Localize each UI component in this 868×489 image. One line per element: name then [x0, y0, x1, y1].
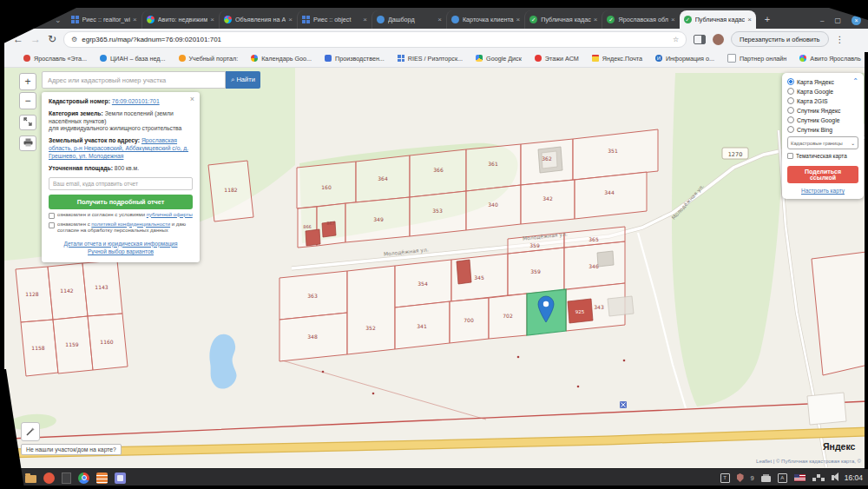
volume-icon[interactable]	[832, 475, 834, 480]
file-manager-icon[interactable]	[25, 475, 36, 483]
new-tab-button[interactable]: +	[765, 14, 770, 24]
tab-ries-realtor[interactable]: Риес :: realtor_wi×	[67, 10, 141, 29]
zoom-out-button[interactable]: −	[19, 92, 36, 109]
tab-close-icon[interactable]: ×	[288, 16, 293, 23]
tab-cadastre-active[interactable]: Публичная кадас×	[680, 10, 756, 29]
layer-option[interactable]: Спутник Яндекс	[787, 107, 858, 114]
bookmark-item[interactable]: Учебный портал:	[179, 55, 239, 63]
restart-update-button[interactable]: Перезапустить и обновить	[731, 31, 828, 47]
configure-map-link[interactable]: Настроить карту	[787, 188, 858, 194]
cadastral-parcel[interactable]	[575, 172, 647, 219]
chrome-icon[interactable]	[78, 472, 89, 484]
cadastral-parcel[interactable]	[410, 149, 466, 197]
measure-button[interactable]	[21, 422, 40, 441]
get-report-button[interactable]: Получить подробный отчет	[49, 195, 193, 209]
map-attribution[interactable]: Leaflet | © Публичная кадастровая карта,…	[756, 459, 861, 464]
keyboard-layout-flag[interactable]	[794, 474, 806, 481]
search-input[interactable]	[42, 71, 226, 89]
panel-close-icon[interactable]: ×	[190, 95, 194, 105]
consent-offer-checkbox[interactable]	[49, 213, 55, 219]
layer-option[interactable]: Спутник Google	[787, 116, 858, 123]
tab-close-icon[interactable]: ×	[437, 16, 442, 23]
bookmark-item[interactable]: Производствен...	[325, 55, 385, 63]
collapse-panel-icon[interactable]: ⌃	[852, 77, 858, 85]
tab-ries-object[interactable]: Риес :: object×	[297, 10, 372, 29]
bookmark-item[interactable]: Информация о...	[655, 55, 714, 63]
tab-client-card[interactable]: Карточка клиента×	[446, 10, 524, 29]
bookmark-favicon	[655, 55, 662, 62]
bookmark-item[interactable]: Google Диск	[476, 55, 522, 63]
privacy-link[interactable]: политикой конфиденциальности	[91, 221, 170, 227]
tab-close-icon[interactable]: ×	[210, 16, 214, 23]
tab-close-icon[interactable]: ×	[133, 16, 137, 23]
bookmark-star-icon[interactable]: ☆	[673, 36, 679, 43]
bookmark-item[interactable]: RIES / Риэлторск...	[398, 55, 463, 63]
fullscreen-button[interactable]	[19, 115, 36, 130]
layer-option[interactable]: Карта 2GIS	[787, 97, 858, 104]
consent-privacy-checkbox[interactable]	[49, 222, 55, 228]
terminal-icon[interactable]	[62, 472, 71, 484]
profile-avatar[interactable]	[713, 34, 724, 45]
zoom-in-button[interactable]: +	[19, 73, 36, 90]
tray-shield-icon[interactable]	[737, 473, 744, 482]
cadastral-parcel[interactable]	[347, 266, 395, 354]
tab-dashboard[interactable]: Дашборд×	[372, 10, 446, 29]
tab-close-icon[interactable]: ×	[747, 16, 752, 23]
tab-close-icon[interactable]: ×	[671, 16, 675, 23]
layer-option[interactable]: Карта Google	[787, 88, 858, 95]
tab-close-icon[interactable]: ×	[516, 16, 521, 23]
cadastral-parcel[interactable]	[466, 144, 521, 191]
cadastral-parcel[interactable]	[466, 185, 521, 230]
window-maximize-button[interactable]: ▢	[834, 17, 841, 24]
tray-input-icon[interactable]: A	[778, 473, 787, 483]
app-launcher-icon[interactable]	[43, 472, 55, 484]
bookmark-item[interactable]: Партнер онлайн	[727, 54, 786, 63]
tab-cadastre-1[interactable]: Публичная кадас×	[524, 10, 602, 29]
search-button[interactable]: ⌕ Найти	[226, 71, 260, 89]
client-favicon	[451, 16, 459, 23]
print-button[interactable]	[19, 135, 36, 151]
window-minimize-button[interactable]: –	[820, 17, 824, 24]
tab-search-icon[interactable]: ⌄	[55, 16, 62, 24]
bookmark-item[interactable]: Календарь Goo...	[251, 55, 312, 63]
cadnum-link[interactable]: 76:09:020101:701	[112, 98, 160, 104]
bookmark-item[interactable]: Яндекс.Почта	[592, 55, 642, 63]
boundaries-select[interactable]: Кадастровые границы⌄	[787, 136, 858, 149]
tab-yaroslavl-region[interactable]: Ярославская обл×	[602, 10, 679, 29]
network-icon[interactable]	[817, 474, 820, 478]
tray-printer-icon[interactable]	[761, 476, 771, 482]
tab-close-icon[interactable]: ×	[594, 16, 598, 23]
bookmark-item[interactable]: Этажи АСМ	[535, 55, 579, 63]
tab-avito[interactable]: Авито: недвижим×	[141, 10, 219, 29]
layer-option[interactable]: Карта Яндекс	[787, 78, 858, 85]
report-details-link[interactable]: Детали отчета и юридическая информация	[63, 241, 177, 247]
browser-menu-icon[interactable]: ⋮	[836, 35, 845, 44]
mint-menu-button[interactable]	[5, 472, 18, 485]
spreadsheet-app-icon[interactable]	[96, 472, 108, 484]
thematic-map-row[interactable]: Тематическая карта	[787, 153, 858, 159]
reload-icon[interactable]: ↻	[48, 33, 56, 45]
bookmark-item[interactable]: Ярославль «Эта...	[23, 55, 87, 63]
side-panel-icon[interactable]	[694, 35, 706, 44]
cadastral-parcel[interactable]	[410, 191, 466, 236]
url-text[interactable]: egrp365.ru/map/?kadnum=76:09:020101:701	[82, 36, 668, 43]
notes-app-icon[interactable]	[115, 472, 126, 484]
manual-select-link[interactable]: Ручной выбор вариантов	[88, 248, 154, 254]
email-input[interactable]	[49, 177, 193, 190]
forward-icon[interactable]: →	[30, 33, 41, 45]
address-bar[interactable]: ⚙ egrp365.ru/map/?kadnum=76:09:020101:70…	[63, 31, 687, 48]
site-settings-icon[interactable]: ⚙	[71, 36, 77, 43]
layer-option[interactable]: Спутник Bing	[787, 126, 858, 133]
back-icon[interactable]: ←	[13, 33, 23, 45]
tab-ads[interactable]: Объявления на А×	[219, 10, 297, 29]
bookmark-item[interactable]: Авито Ярославль	[799, 55, 860, 63]
cadastral-parcel[interactable]	[521, 180, 575, 224]
share-link-button[interactable]: Поделиться ссылкой	[787, 166, 858, 183]
window-close-button[interactable]: ×	[852, 16, 861, 25]
tab-close-icon[interactable]: ×	[363, 16, 367, 23]
tray-app-icon[interactable]: T	[720, 473, 730, 483]
map-tooltip[interactable]: Не нашли участок/дом на карте?	[21, 444, 122, 455]
bookmark-item[interactable]: ЦИАН – база нед...	[100, 55, 166, 63]
tray-badge[interactable]: 9	[751, 474, 754, 482]
offer-link[interactable]: публичной оферты	[147, 212, 193, 217]
